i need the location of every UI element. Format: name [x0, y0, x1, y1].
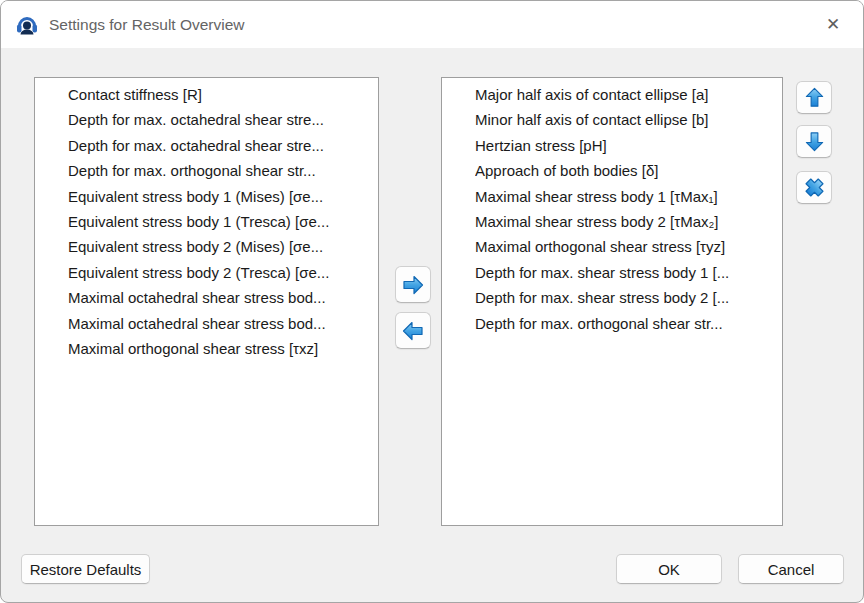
list-item[interactable]: Maximal orthogonal shear stress [τxz] [68, 336, 374, 361]
list-item[interactable]: Equivalent stress body 1 (Tresca) [σe... [68, 209, 374, 234]
move-left-button[interactable] [395, 312, 431, 349]
arrow-right-icon [401, 273, 425, 297]
selected-results-list[interactable]: Major half axis of contact ellipse [a]Mi… [441, 77, 783, 526]
available-results-list[interactable]: Contact stiffness [R]Depth for max. octa… [34, 77, 379, 526]
list-item[interactable]: Depth for max. orthogonal shear str... [475, 311, 778, 336]
list-item[interactable]: Depth for max. octahedral shear stre... [68, 133, 374, 158]
settings-dialog: Settings for Result Overview ✕ Contact s… [0, 0, 864, 603]
cross-icon [803, 176, 826, 199]
list-item[interactable]: Maximal orthogonal shear stress [τyz] [475, 234, 778, 259]
list-item[interactable]: Equivalent stress body 1 (Mises) [σe... [68, 184, 374, 209]
move-right-button[interactable] [395, 266, 431, 303]
remove-button[interactable] [796, 171, 832, 204]
app-headset-person-icon [15, 13, 39, 37]
restore-defaults-button[interactable]: Restore Defaults [21, 554, 150, 584]
title-bar: Settings for Result Overview ✕ [1, 1, 863, 48]
list-item[interactable]: Depth for max. shear stress body 2 [... [475, 285, 778, 310]
close-icon[interactable]: ✕ [809, 1, 857, 47]
list-item[interactable]: Equivalent stress body 2 (Mises) [σe... [68, 234, 374, 259]
list-item[interactable]: Contact stiffness [R] [68, 82, 374, 107]
cancel-button[interactable]: Cancel [738, 554, 844, 584]
list-item[interactable]: Maximal shear stress body 1 [τMax₁] [475, 184, 778, 209]
list-item[interactable]: Maximal shear stress body 2 [τMax₂] [475, 209, 778, 234]
list-item[interactable]: Maximal octahedral shear stress bod... [68, 311, 374, 336]
arrow-left-icon [401, 319, 425, 343]
list-item[interactable]: Depth for max. orthogonal shear str... [68, 158, 374, 183]
move-down-button[interactable] [796, 125, 832, 158]
move-up-button[interactable] [796, 81, 832, 114]
list-item[interactable]: Depth for max. octahedral shear stre... [68, 107, 374, 132]
dialog-title: Settings for Result Overview [49, 16, 245, 34]
list-item[interactable]: Approach of both bodies [δ] [475, 158, 778, 183]
arrow-down-icon [803, 130, 826, 153]
list-item[interactable]: Minor half axis of contact ellipse [b] [475, 107, 778, 132]
list-item[interactable]: Hertzian stress [pH] [475, 133, 778, 158]
list-item[interactable]: Major half axis of contact ellipse [a] [475, 82, 778, 107]
list-item[interactable]: Maximal octahedral shear stress bod... [68, 285, 374, 310]
list-item[interactable]: Equivalent stress body 2 (Tresca) [σe... [68, 260, 374, 285]
ok-button[interactable]: OK [616, 554, 722, 584]
arrow-up-icon [803, 86, 826, 109]
list-item[interactable]: Depth for max. shear stress body 1 [... [475, 260, 778, 285]
